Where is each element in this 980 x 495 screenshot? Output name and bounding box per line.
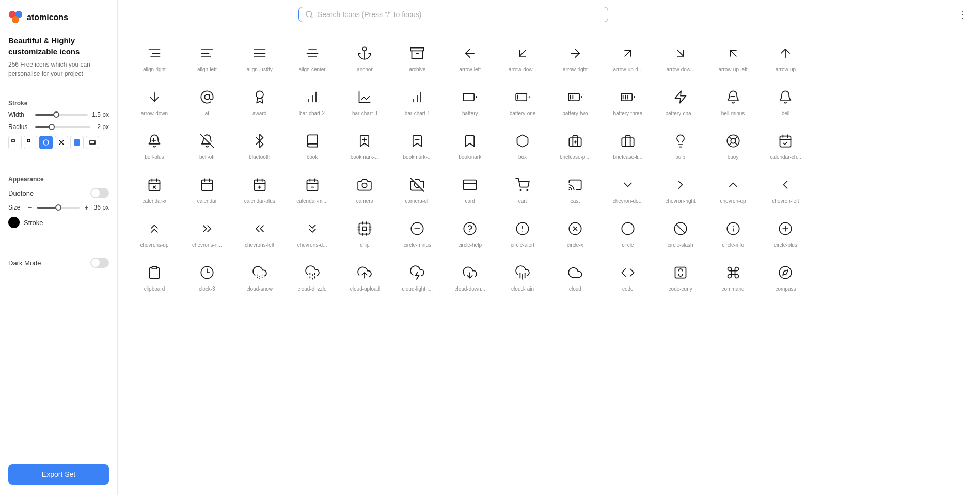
search-input[interactable]: [318, 10, 602, 19]
icon-cell-anchor[interactable]: anchor: [339, 38, 391, 77]
icon-cell-calendar-ch...[interactable]: calendar-ch...: [760, 125, 812, 165]
icon-cell-chevrons-ri...[interactable]: chevrons-ri...: [181, 213, 233, 253]
battery-label: battery: [462, 110, 478, 116]
icon-cell-card[interactable]: card: [444, 169, 496, 209]
icon-cell-camera-off[interactable]: camera-off: [391, 169, 444, 209]
icon-cell-chevron-up[interactable]: chevron-up: [707, 169, 760, 209]
duotone-toggle[interactable]: [90, 188, 109, 198]
icon-cell-bell-plus[interactable]: bell-plus: [128, 125, 181, 165]
icon-cell-arrow-left[interactable]: arrow-left: [444, 38, 496, 77]
icon-cell-battery-two[interactable]: battery-two: [549, 82, 602, 121]
dark-mode-toggle[interactable]: [90, 258, 109, 268]
icon-cell-battery-three[interactable]: battery-three: [602, 82, 654, 121]
icon-cell-circle-minus[interactable]: circle-minus: [391, 213, 444, 253]
icon-cell-cloud[interactable]: cloud: [549, 257, 602, 297]
style-btn-1[interactable]: [8, 136, 22, 149]
icon-cell-chevron-do...[interactable]: chevron-do...: [602, 169, 654, 209]
icon-cell-cloud-snow[interactable]: cloud-snow: [233, 257, 286, 297]
icon-cell-battery-one[interactable]: battery-one: [496, 82, 549, 121]
more-options-button[interactable]: ⋮: [955, 6, 970, 23]
style-btn-6[interactable]: [86, 136, 99, 149]
cloud-drizzle-icon: [303, 263, 322, 282]
size-plus-button[interactable]: +: [83, 203, 91, 212]
icon-cell-clipboard[interactable]: clipboard: [128, 257, 181, 297]
icon-cell-circle-help[interactable]: circle-help: [444, 213, 496, 253]
icon-cell-camera[interactable]: camera: [339, 169, 391, 209]
export-button[interactable]: Export Set: [8, 464, 109, 485]
icon-cell-award[interactable]: award: [233, 82, 286, 121]
icon-cell-chevron-left[interactable]: chevron-left: [760, 169, 812, 209]
icon-cell-cloud-drizzle[interactable]: cloud-drizzle: [286, 257, 339, 297]
icon-cell-cloud-lightn...[interactable]: cloud-lightn...: [391, 257, 444, 297]
icon-cell-circle-info[interactable]: circle-info: [707, 213, 760, 253]
icon-cell-chevron-right[interactable]: chevron-right: [654, 169, 707, 209]
icon-cell-buoy[interactable]: buoy: [707, 125, 760, 165]
icon-cell-arrow-down[interactable]: arrow-down: [128, 82, 181, 121]
circle-slash-icon: [671, 219, 690, 238]
icon-cell-arrow-dow...[interactable]: arrow-dow...: [496, 38, 549, 77]
icon-cell-code[interactable]: code: [602, 257, 654, 297]
icon-cell-bar-chart-3[interactable]: bar-chart-3: [339, 82, 391, 121]
icon-cell-circle-alert[interactable]: circle-alert: [496, 213, 549, 253]
icon-cell-align-left[interactable]: align-left: [181, 38, 233, 77]
radius-slider-track[interactable]: [35, 126, 90, 128]
icon-cell-calendar[interactable]: calendar: [181, 169, 233, 209]
icon-cell-cloud-rain[interactable]: cloud-rain: [496, 257, 549, 297]
icon-cell-bluetooth[interactable]: bluetooth: [233, 125, 286, 165]
icon-cell-cast[interactable]: cast: [549, 169, 602, 209]
size-slider-track[interactable]: [37, 207, 80, 209]
icon-cell-battery-cha...[interactable]: battery-cha...: [654, 82, 707, 121]
icon-cell-arrow-up[interactable]: arrow-up: [760, 38, 812, 77]
icon-cell-chevrons-up[interactable]: chevrons-up: [128, 213, 181, 253]
chevrons-left-label: chevrons-left: [245, 242, 274, 248]
icon-cell-archive[interactable]: archive: [391, 38, 444, 77]
icon-cell-arrow-dow...2[interactable]: arrow-dow...: [654, 38, 707, 77]
icon-cell-bell-off[interactable]: bell-off: [181, 125, 233, 165]
icon-cell-circle[interactable]: circle: [602, 213, 654, 253]
icon-cell-cloud-upload[interactable]: cloud-upload: [339, 257, 391, 297]
style-btn-4[interactable]: [55, 136, 68, 149]
icon-cell-briefcase-li...[interactable]: briefcase-li...: [602, 125, 654, 165]
icon-cell-calendar-plus[interactable]: calendar-plus: [233, 169, 286, 209]
icon-cell-bookmark-...2[interactable]: bookmark-...: [391, 125, 444, 165]
icon-cell-book[interactable]: book: [286, 125, 339, 165]
width-slider-track[interactable]: [35, 114, 88, 116]
icon-cell-chevrons-left[interactable]: chevrons-left: [233, 213, 286, 253]
icon-cell-arrow-up-ri...[interactable]: arrow-up-ri...: [602, 38, 654, 77]
icon-cell-bell[interactable]: bell: [760, 82, 812, 121]
icon-cell-code-curly[interactable]: code-curly: [654, 257, 707, 297]
stroke-color-swatch[interactable]: [8, 217, 20, 228]
svg-line-75: [729, 142, 731, 145]
icon-cell-circle-slash[interactable]: circle-slash: [654, 213, 707, 253]
icon-cell-calendar-x[interactable]: calendar-x: [128, 169, 181, 209]
icon-cell-align-center[interactable]: align-center: [286, 38, 339, 77]
icon-cell-bookmark-...[interactable]: bookmark-...: [339, 125, 391, 165]
icon-cell-briefcase-pl...[interactable]: briefcase-pl...: [549, 125, 602, 165]
style-btn-5[interactable]: [70, 136, 84, 149]
icon-cell-chip[interactable]: chip: [339, 213, 391, 253]
icon-cell-bulb[interactable]: bulb: [654, 125, 707, 165]
icon-cell-clock-3[interactable]: clock-3: [181, 257, 233, 297]
icon-cell-arrow-right[interactable]: arrow-right: [549, 38, 602, 77]
icon-cell-circle-plus[interactable]: circle-plus: [760, 213, 812, 253]
icon-cell-bell-minus[interactable]: bell-minus: [707, 82, 760, 121]
icon-cell-at[interactable]: at: [181, 82, 233, 121]
icon-cell-cloud-down...[interactable]: cloud-down...: [444, 257, 496, 297]
icon-cell-cart[interactable]: cart: [496, 169, 549, 209]
size-minus-button[interactable]: −: [26, 203, 34, 212]
icon-cell-box[interactable]: box: [496, 125, 549, 165]
icon-cell-calendar-mi...[interactable]: calendar-mi...: [286, 169, 339, 209]
style-btn-2[interactable]: [24, 136, 37, 149]
icon-cell-bar-chart-1[interactable]: bar-chart-1: [391, 82, 444, 121]
icon-cell-bookmark[interactable]: bookmark: [444, 125, 496, 165]
style-btn-3[interactable]: [39, 136, 53, 149]
icon-cell-arrow-up-left[interactable]: arrow-up-left: [707, 38, 760, 77]
icon-cell-circle-x[interactable]: circle-x: [549, 213, 602, 253]
icon-cell-compass[interactable]: compass: [760, 257, 812, 297]
icon-cell-battery[interactable]: battery: [444, 82, 496, 121]
icon-cell-bar-chart-2[interactable]: bar-chart-2: [286, 82, 339, 121]
icon-cell-align-justify[interactable]: align-justify: [233, 38, 286, 77]
icon-cell-align-right[interactable]: align-right: [128, 38, 181, 77]
icon-cell-chevrons-d...[interactable]: chevrons-d...: [286, 213, 339, 253]
icon-cell-command[interactable]: command: [707, 257, 760, 297]
